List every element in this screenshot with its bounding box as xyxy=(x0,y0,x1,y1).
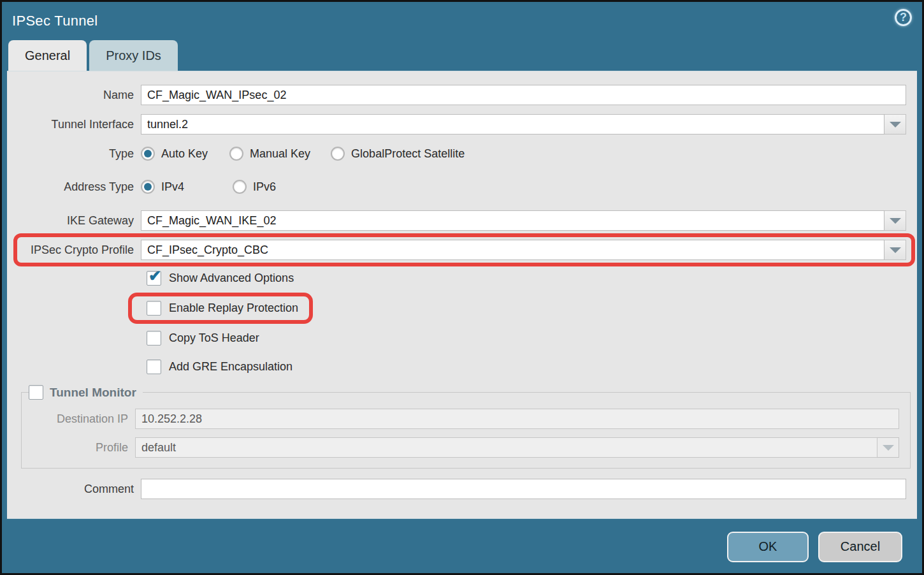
ipsec-tunnel-dialog: IPSec Tunnel ? General Proxy IDs Name Tu… xyxy=(0,0,924,575)
comment-label: Comment xyxy=(7,483,141,496)
enable-replay-protection-checkbox-row[interactable]: Enable Replay Protection xyxy=(147,301,298,316)
ike-gateway-label: IKE Gateway xyxy=(7,214,141,228)
ipsec-crypto-profile-dropdown-button[interactable] xyxy=(884,240,906,260)
dialog-title: IPSec Tunnel xyxy=(12,13,97,29)
comment-input[interactable] xyxy=(141,479,906,499)
radio-manual-key[interactable]: Manual Key xyxy=(229,147,310,161)
tunnel-interface-label: Tunnel Interface xyxy=(7,118,141,131)
destination-ip-input xyxy=(135,409,899,429)
checkbox-unchecked-icon[interactable] xyxy=(147,360,161,374)
destination-ip-row: Destination IP xyxy=(22,409,910,429)
tab-bar: General Proxy IDs xyxy=(2,40,922,71)
tunnel-interface-dropdown-button[interactable] xyxy=(884,114,906,135)
chevron-down-icon xyxy=(890,218,901,224)
comment-row: Comment xyxy=(7,479,917,499)
radio-auto-key[interactable]: Auto Key xyxy=(141,147,208,161)
copy-tos-header-checkbox-row[interactable]: Copy ToS Header xyxy=(147,331,259,346)
radio-button-icon xyxy=(141,180,155,194)
profile-dropdown-button xyxy=(877,437,899,458)
cancel-button[interactable]: Cancel xyxy=(818,532,902,562)
dialog-footer: OK Cancel xyxy=(2,520,922,573)
type-row: Type Auto Key Manual Key GlobalProtect S… xyxy=(7,145,917,162)
show-advanced-options-checkbox-row[interactable]: Show Advanced Options xyxy=(147,271,294,286)
type-label: Type xyxy=(7,147,141,161)
name-input[interactable] xyxy=(141,85,906,105)
name-row: Name xyxy=(7,85,917,105)
ok-button[interactable]: OK xyxy=(727,532,809,562)
address-type-label: Address Type xyxy=(7,180,141,194)
checkbox-checked-icon[interactable] xyxy=(147,271,161,286)
ipsec-crypto-profile-row: IPSec Crypto Profile xyxy=(7,240,917,260)
help-icon[interactable]: ? xyxy=(895,9,912,26)
tunnel-monitor-checkbox[interactable] xyxy=(29,385,43,400)
radio-button-icon xyxy=(141,147,155,161)
chevron-down-icon xyxy=(890,122,901,127)
tunnel-monitor-section: Tunnel Monitor Destination IP Profile xyxy=(21,385,911,469)
tunnel-interface-input[interactable] xyxy=(141,114,884,135)
profile-row: Profile xyxy=(22,437,910,458)
address-type-row: Address Type IPv4 IPv6 xyxy=(7,178,917,195)
radio-globalprotect-satellite[interactable]: GlobalProtect Satellite xyxy=(331,147,465,161)
chevron-down-icon xyxy=(890,247,901,253)
radio-ipv4[interactable]: IPv4 xyxy=(141,180,184,194)
ike-gateway-input[interactable] xyxy=(141,210,884,231)
tunnel-monitor-legend: Tunnel Monitor xyxy=(29,385,143,400)
general-tab-panel: Name Tunnel Interface Type Auto Key xyxy=(7,71,917,519)
ipsec-crypto-profile-input[interactable] xyxy=(141,240,884,260)
radio-button-icon xyxy=(233,180,247,194)
profile-input xyxy=(135,437,877,458)
add-gre-encapsulation-checkbox-row[interactable]: Add GRE Encapsulation xyxy=(147,360,292,374)
chevron-down-icon xyxy=(883,445,894,451)
name-label: Name xyxy=(7,89,141,102)
dialog-titlebar: IPSec Tunnel ? xyxy=(2,2,922,40)
destination-ip-label: Destination IP xyxy=(22,412,135,426)
ike-gateway-dropdown-button[interactable] xyxy=(884,210,906,231)
checkbox-unchecked-icon[interactable] xyxy=(147,331,161,346)
radio-ipv6[interactable]: IPv6 xyxy=(233,180,276,194)
tab-general[interactable]: General xyxy=(8,40,87,71)
radio-button-icon xyxy=(229,147,243,161)
checkbox-unchecked-icon[interactable] xyxy=(147,301,161,316)
tab-proxy-ids[interactable]: Proxy IDs xyxy=(89,40,178,71)
ipsec-crypto-profile-label: IPSec Crypto Profile xyxy=(7,244,141,257)
ike-gateway-row: IKE Gateway xyxy=(7,210,917,231)
tunnel-interface-row: Tunnel Interface xyxy=(7,114,917,135)
radio-button-icon xyxy=(331,147,345,161)
profile-label: Profile xyxy=(22,441,135,455)
